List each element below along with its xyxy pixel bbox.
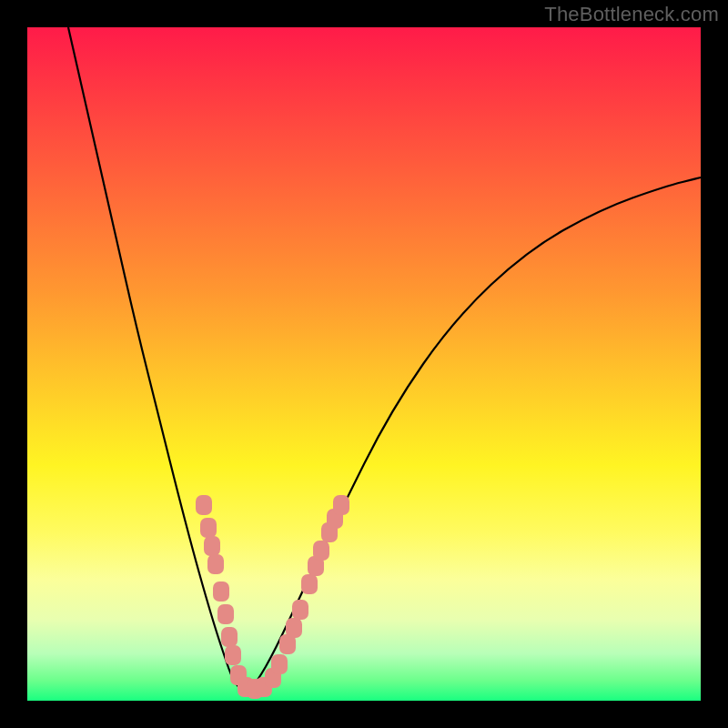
curve-marker: [217, 604, 234, 624]
curve-marker: [213, 581, 229, 602]
curve-marker: [225, 645, 241, 665]
curve-marker: [221, 627, 238, 647]
curve-markers: [27, 27, 701, 701]
curve-marker: [292, 600, 308, 620]
curve-marker: [204, 536, 220, 556]
curve-marker: [271, 654, 288, 674]
curve-marker: [196, 495, 212, 515]
curve-marker: [333, 495, 349, 515]
curve-marker: [301, 574, 318, 594]
attribution-text: TheBottleneck.com: [544, 3, 719, 26]
curve-marker: [200, 518, 217, 538]
curve-marker: [207, 554, 224, 574]
curve-marker: [286, 618, 302, 638]
curve-marker: [313, 541, 329, 561]
